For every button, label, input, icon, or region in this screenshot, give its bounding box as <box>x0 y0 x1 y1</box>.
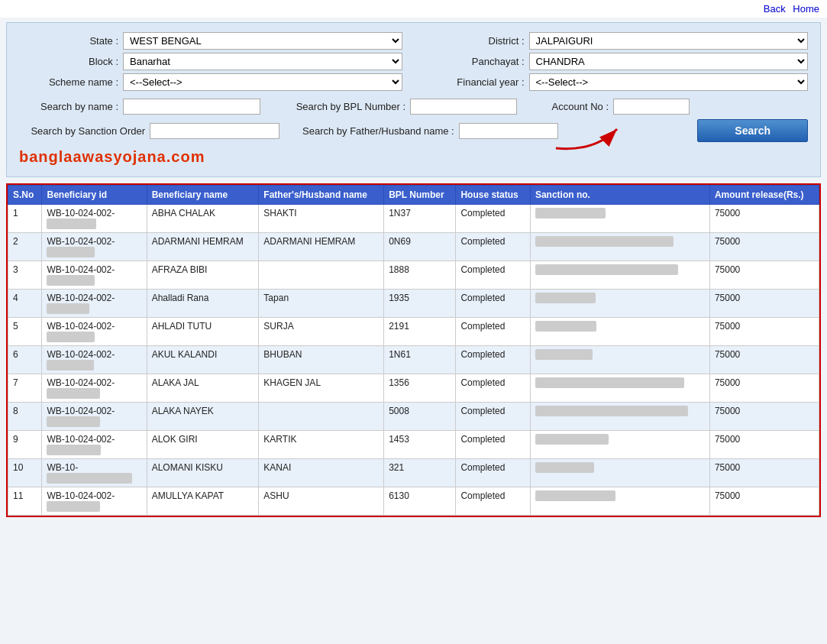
cell-father <box>259 261 384 290</box>
table-row: 10 WB-10-XXXXXXXX-002/321 ALOMANI KISKU … <box>8 459 819 487</box>
cell-bpl: 1453 <box>384 431 456 459</box>
search-by-name-input[interactable] <box>123 99 260 115</box>
search-by-sanction-label: Search by Sanction Order <box>19 125 145 137</box>
cell-id: WB-10-024-002-0XXXXXXX <box>42 318 147 346</box>
table-header-row: S.No Beneficiary id Beneficiary name Fat… <box>8 186 819 205</box>
cell-name: ALAKA NAYEK <box>147 403 259 431</box>
cell-id: WB-10-024-002-01XXXXXXX <box>42 374 147 403</box>
state-select[interactable]: WEST BENGAL <box>123 32 402 50</box>
cell-amount: 75000 <box>709 403 819 431</box>
cell-father <box>259 403 384 431</box>
cell-father: ADARMANI HEMRAM <box>259 233 384 261</box>
cell-father: SHAKTI <box>259 205 384 233</box>
cell-status: Completed <box>456 487 530 516</box>
district-select[interactable]: JALPAIGURI <box>529 32 809 50</box>
cell-id: WB-10-024-002-XXXXXX61 <box>42 346 147 374</box>
cell-sanction: 161 XXXXXXIDN <box>530 205 709 233</box>
cell-sanction: 450XXXXX1/6 <box>530 459 709 487</box>
panchayat-label: Panchayat : <box>425 56 525 67</box>
cell-sno: 1 <box>8 205 42 233</box>
search-by-name-row: Search by name : <box>19 99 260 115</box>
cell-amount: 75000 <box>709 346 819 374</box>
cell-id: WB-10-024-002-XXXXXXXX <box>42 205 147 233</box>
scheme-row: Scheme name : <--Select--> <box>19 73 402 91</box>
search-by-sanction-input[interactable] <box>150 123 279 139</box>
cell-sanction: 450XXXX 1/14 <box>530 290 709 318</box>
search-by-father-row: Search by Father/Husband name : <box>302 123 558 139</box>
account-no-label: Account No : <box>540 101 609 112</box>
cell-bpl: 1N61 <box>384 346 456 374</box>
block-select[interactable]: Banarhat <box>123 53 402 70</box>
watermark-text: banglaawasyojana.com <box>19 148 205 165</box>
cell-father: KARTIK <box>259 431 384 459</box>
cell-amount: 75000 <box>709 318 819 346</box>
cell-name: ADARMANI HEMRAM <box>147 233 259 261</box>
cell-sanction: 450XXXXX 1/6 <box>530 318 709 346</box>
cell-amount: 75000 <box>709 233 819 261</box>
cell-name: AMULLYA KAPAT <box>147 487 259 516</box>
scheme-label: Scheme name : <box>19 76 118 88</box>
search-form: State : WEST BENGAL Block : Banarhat Sch… <box>6 22 821 177</box>
cell-sanction: 450 XXXX 1/6 <box>530 346 709 374</box>
col-father-name: Father's/Husband name <box>259 186 384 205</box>
district-row: District : JALPAIGURI <box>425 32 809 50</box>
arrow-indicator <box>548 118 625 158</box>
cell-sanction: 19/XXXXXXXXXX X00614/13-14 (I)/5 <box>530 403 709 431</box>
search-by-sanction-row: Search by Sanction Order <box>19 123 279 139</box>
panchayat-row: Panchayat : CHANDRA <box>425 53 809 70</box>
cell-bpl: 1356 <box>384 374 456 403</box>
cell-bpl: 2191 <box>384 318 456 346</box>
financial-year-label: Financial year : <box>425 76 525 88</box>
col-bpl: BPL Number <box>384 186 456 205</box>
cell-name: ALAKA JAL <box>147 374 259 403</box>
block-label: Block : <box>19 56 118 67</box>
cell-name: AKUL KALANDI <box>147 346 259 374</box>
cell-sno: 4 <box>8 290 42 318</box>
table-row: 9 WB-10-024-002-0XXXXXXXX ALOK GIRI KART… <box>8 431 819 459</box>
cell-bpl: 6130 <box>384 487 456 516</box>
financial-year-select[interactable]: <--Select--> <box>529 73 809 91</box>
table-row: 8 WB-10-024-002-01XXXXXXX ALAKA NAYEK 50… <box>8 403 819 431</box>
cell-father: KHAGEN JAL <box>259 374 384 403</box>
home-link[interactable]: Home <box>793 3 819 15</box>
cell-bpl: 5008 <box>384 403 456 431</box>
district-label: District : <box>425 35 525 47</box>
cell-father: ASHU <box>259 487 384 516</box>
account-no-input[interactable] <box>613 99 690 115</box>
cell-father: Tapan <box>259 290 384 318</box>
cell-status: Completed <box>456 431 530 459</box>
cell-father: BHUBAN <box>259 346 384 374</box>
cell-sanction: 19XXXXXXXXX/100614/13-14 (I)/6 <box>530 261 709 290</box>
cell-id: WB-10-024-002-0XXXXXXX <box>42 233 147 261</box>
cell-bpl: 0N69 <box>384 233 456 261</box>
cell-amount: 75000 <box>709 205 819 233</box>
cell-amount: 75000 <box>709 374 819 403</box>
search-by-father-input[interactable] <box>459 123 558 139</box>
cell-sno: 9 <box>8 431 42 459</box>
state-row: State : WEST BENGAL <box>19 32 402 50</box>
cell-amount: 75000 <box>709 290 819 318</box>
search-by-name-label: Search by name : <box>19 101 118 112</box>
financial-year-row: Financial year : <--Select--> <box>425 73 809 91</box>
account-no-row: Account No : <box>540 99 690 115</box>
cell-amount: 75000 <box>709 431 819 459</box>
search-button[interactable]: Search <box>697 119 808 142</box>
col-amount: Amount release(Rs.) <box>709 186 819 205</box>
search-by-bpl-input[interactable] <box>410 99 517 115</box>
cell-sanction: 1XXXXXXXXXDN <box>530 431 709 459</box>
cell-name: AHLADI TUTU <box>147 318 259 346</box>
table-row: 3 WB-10-024-002-0XXXXXXX AFRAZA BIBI 188… <box>8 261 819 290</box>
cell-id: WB-10-024-002-0XXXXXXX <box>42 261 147 290</box>
cell-sno: 3 <box>8 261 42 290</box>
cell-bpl: 1888 <box>384 261 456 290</box>
table-row: 7 WB-10-024-002-01XXXXXXX ALAKA JAL KHAG… <box>8 374 819 403</box>
top-nav: Back Home <box>0 0 827 18</box>
panchayat-select[interactable]: CHANDRA <box>529 53 809 70</box>
cell-sno: 5 <box>8 318 42 346</box>
back-link[interactable]: Back <box>764 3 786 15</box>
table-row: 5 WB-10-024-002-0XXXXXXX AHLADI TUTU SUR… <box>8 318 819 346</box>
scheme-select[interactable]: <--Select--> <box>123 73 402 91</box>
cell-bpl: 321 <box>384 459 456 487</box>
cell-name: Ahalladi Rana <box>147 290 259 318</box>
cell-amount: 75000 <box>709 459 819 487</box>
